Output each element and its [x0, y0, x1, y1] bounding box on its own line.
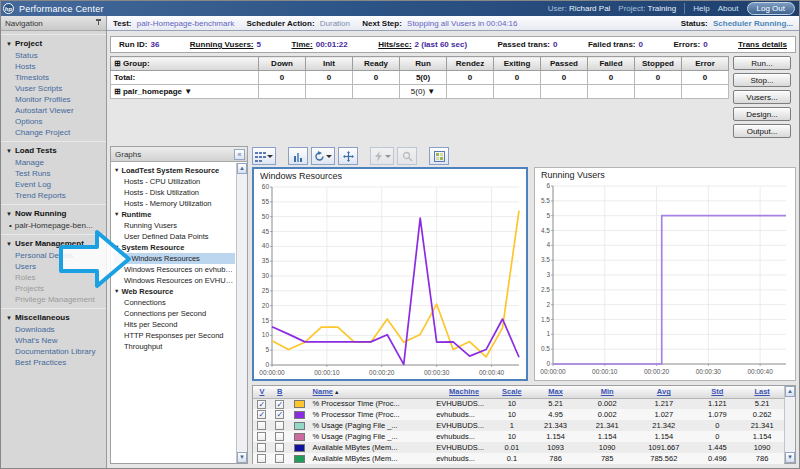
visible-checkbox[interactable]: [257, 443, 266, 452]
visible-checkbox[interactable]: [257, 421, 266, 430]
vusers-button[interactable]: Vusers...: [733, 90, 791, 104]
arrange-tiles-button[interactable]: [429, 147, 449, 165]
group-row-label[interactable]: ⊞ palr_homepage ▼: [111, 85, 259, 99]
chart-running-vusers[interactable]: Running Vusers 00.511.522.533.544.555.56…: [534, 167, 796, 381]
tree-item-label: Hosts - Disk Utilization: [124, 188, 199, 197]
view-layout-button[interactable]: [252, 147, 276, 165]
sidebar-item-options[interactable]: Options: [1, 116, 106, 127]
sidebar-item-documentation-library[interactable]: Documentation Library: [1, 346, 106, 357]
sidebar-item-change-project[interactable]: Change Project: [1, 127, 106, 138]
legend-column-link[interactable]: Scale: [502, 387, 522, 396]
legend-column-link[interactable]: Last: [754, 387, 769, 396]
runbar-label[interactable]: Trans details: [738, 40, 787, 49]
tree-item-windows-resources-on-evhubudsd-[interactable]: Windows Resources on evhubudsd...: [114, 264, 235, 275]
sidebar-item-status[interactable]: Status: [1, 50, 106, 61]
sidebar-item-event-log[interactable]: Event Log: [1, 179, 106, 190]
tree-scrollbar[interactable]: ▲ ▼: [236, 163, 247, 463]
breakdown-checkbox[interactable]: [275, 454, 284, 463]
legend-column-link[interactable]: Std: [711, 387, 723, 396]
sidebar-item-hosts[interactable]: Hosts: [1, 61, 106, 72]
column-header-init: Init: [306, 57, 353, 71]
tree-item-running-vusers[interactable]: Running Vusers: [114, 220, 235, 231]
visible-checkbox[interactable]: ✓: [257, 410, 266, 419]
sidebar-section-header[interactable]: ▼Now Running: [1, 204, 106, 220]
tree-item-hosts-disk-utilization[interactable]: Hosts - Disk Utilization: [114, 187, 235, 198]
scroll-down-icon[interactable]: ▼: [237, 452, 247, 463]
tree-item-windows-resources-on-evhubud-[interactable]: Windows Resources on EVHUBUD...: [114, 275, 235, 286]
merge-graphs-button[interactable]: [338, 147, 358, 165]
design-button[interactable]: Design...: [733, 107, 791, 121]
group-cell[interactable]: 5(0) ▼: [400, 85, 447, 99]
breakdown-checkbox[interactable]: [275, 421, 284, 430]
sidebar-item-what-s-new[interactable]: What's New: [1, 335, 106, 346]
logout-button[interactable]: Log Out: [747, 2, 795, 15]
sidebar-item-personal-details[interactable]: Personal Details: [1, 250, 106, 261]
breakdown-checkbox[interactable]: [275, 432, 284, 441]
scroll-down-icon[interactable]: ▼: [785, 452, 795, 463]
sidebar-item-label: Downloads: [15, 325, 55, 334]
stop-button[interactable]: Stop...: [733, 73, 791, 87]
tree-category-loadtest-system-resource[interactable]: ▼LoadTest System Resource: [114, 165, 235, 176]
help-link[interactable]: Help: [693, 4, 709, 13]
scroll-up-icon[interactable]: ▲: [237, 163, 247, 174]
tree-item-throughput[interactable]: Throughput: [114, 341, 235, 352]
visible-checkbox[interactable]: [257, 432, 266, 441]
runbar-label[interactable]: Running Vusers:: [190, 40, 254, 49]
sidebar-section-header[interactable]: ▼User Management: [1, 234, 106, 250]
runbar-label[interactable]: Time:: [291, 40, 312, 49]
legend-column-link[interactable]: Min: [601, 387, 614, 396]
sidebar-section-header[interactable]: ▼Load Tests: [1, 141, 106, 157]
sidebar-item-trend-reports[interactable]: Trend Reports: [1, 190, 106, 201]
tree-item-http-responses-per-second[interactable]: HTTP Responses per Second: [114, 330, 235, 341]
visible-checkbox[interactable]: ✓: [257, 400, 266, 409]
legend-column-link[interactable]: Machine: [449, 387, 479, 396]
legend-column-link[interactable]: Name: [313, 387, 333, 396]
legend-column-link[interactable]: V: [259, 387, 264, 396]
tree-item-label: Windows Resources on evhubudsd...: [124, 265, 235, 274]
sidebar-section-header[interactable]: ▼Project: [1, 34, 106, 50]
sidebar-section-header[interactable]: ▼Miscellaneous: [1, 308, 106, 324]
tree-item-user-defined-data-points[interactable]: User Defined Data Points: [114, 231, 235, 242]
runbar-label[interactable]: Hits/sec:: [378, 40, 411, 49]
group-header-cell[interactable]: ⊞ Group:: [111, 57, 259, 71]
sidebar-item-monitor-profiles[interactable]: Monitor Profiles: [1, 94, 106, 105]
tree-item-connections[interactable]: Connections: [114, 297, 235, 308]
chart-type-button[interactable]: [288, 147, 308, 165]
sidebar-item-vuser-scripts[interactable]: Vuser Scripts: [1, 83, 106, 94]
sidebar-item-test-runs[interactable]: Test Runs: [1, 168, 106, 179]
collapse-panel-icon[interactable]: «: [234, 149, 245, 160]
tree-category-label: LoadTest System Resource: [121, 166, 219, 175]
sidebar-item-downloads[interactable]: Downloads: [1, 324, 106, 335]
sidebar-item-palr-homepage-ben-[interactable]: •palr-Homepage-ben...: [1, 220, 106, 231]
breakdown-checkbox[interactable]: ✓: [275, 400, 284, 409]
tree-category-system-resource[interactable]: ▼System Resource: [114, 242, 235, 253]
scroll-up-icon[interactable]: ▲: [785, 386, 795, 397]
run-button[interactable]: Run...: [733, 56, 791, 70]
tree-item-hosts-memory-utilization[interactable]: Hosts - Memory Utilization: [114, 198, 235, 209]
legend-column-link[interactable]: Max: [548, 387, 563, 396]
tree-category-runtime[interactable]: ▼Runtime: [114, 209, 235, 220]
tree-item-windows-resources[interactable]: ▼Windows Resources: [114, 253, 235, 264]
sidebar-item-best-practices[interactable]: Best Practices: [1, 357, 106, 368]
legend-scrollbar[interactable]: ▲ ▼: [784, 386, 795, 463]
sidebar-item-users[interactable]: Users: [1, 261, 106, 272]
breakdown-checkbox[interactable]: [275, 443, 284, 452]
about-link[interactable]: About: [718, 4, 739, 13]
tree-item-hosts-cpu-utilization[interactable]: Hosts - CPU Utilization: [114, 176, 235, 187]
runbar-item[interactable]: Trans details: [738, 40, 787, 49]
legend-column-link[interactable]: Avg: [657, 387, 671, 396]
legend-column-link[interactable]: B: [277, 387, 282, 396]
sidebar-item-manage[interactable]: Manage: [1, 157, 106, 168]
visible-checkbox[interactable]: [257, 454, 266, 463]
tree-item-connections-per-second[interactable]: Connections per Second: [114, 308, 235, 319]
breakdown-checkbox[interactable]: ✓: [275, 410, 284, 419]
pin-icon[interactable]: [95, 19, 102, 28]
output-button[interactable]: Output...: [733, 124, 791, 138]
refresh-button[interactable]: [311, 147, 335, 165]
sidebar-item-autostart-viewer[interactable]: Autostart Viewer: [1, 105, 106, 116]
chart-windows-resources[interactable]: Windows Resources 0510152025303540455055…: [252, 167, 528, 381]
refresh-icon: [314, 151, 325, 162]
sidebar-item-timeslots[interactable]: Timeslots: [1, 72, 106, 83]
tree-item-hits-per-second[interactable]: Hits per Second: [114, 319, 235, 330]
tree-category-web-resource[interactable]: ▼Web Resource: [114, 286, 235, 297]
